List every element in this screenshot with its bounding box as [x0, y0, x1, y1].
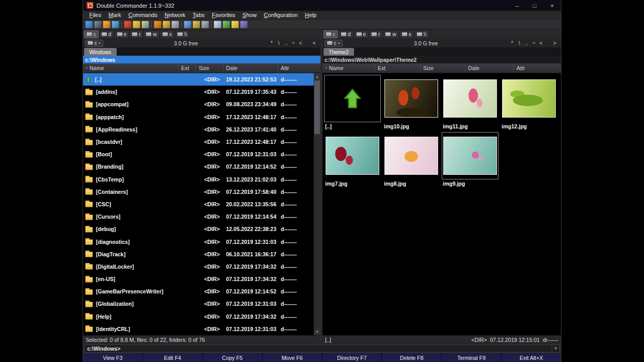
file-row[interactable]: [GameBarPresenceWriter]<DIR>07.12.2019 1…	[83, 285, 314, 298]
command-history-dropdown-icon[interactable]: ▼	[552, 345, 559, 352]
terminal-icon[interactable]	[94, 21, 102, 28]
file-row[interactable]: [en-US]<DIR>07.12.2019 17:34:32d-------	[83, 273, 314, 285]
favorites-icon[interactable]	[231, 21, 239, 28]
left-drive-select[interactable]: c ▾	[85, 40, 103, 47]
fkey-exit-alt-x[interactable]: Exit Alt+X	[502, 353, 561, 362]
thumbnail-item-img8-jpg[interactable]: img8.jpg	[382, 131, 441, 189]
file-row[interactable]: [bcastdvr]<DIR>17.12.2023 12:48:17d-----…	[83, 136, 314, 148]
left-drive-d[interactable]: d	[99, 30, 114, 38]
file-row[interactable]: [AppReadiness]<DIR>26.12.2023 17:41:40d-…	[83, 123, 314, 136]
thumbnail-item-img9-jpg[interactable]: img9.jpg	[441, 131, 500, 189]
fkey-delete-f8[interactable]: Delete F8	[382, 353, 441, 362]
right-nav-up-button[interactable]: ..	[524, 40, 529, 46]
right-column-header-size[interactable]: Size	[421, 63, 465, 73]
menu-favorites[interactable]: Favorites	[208, 12, 239, 18]
right-column-header-name[interactable]: ↑Name	[323, 63, 375, 73]
right-column-header-attr[interactable]: Attr	[514, 63, 561, 73]
left-drive-r[interactable]: r	[130, 30, 143, 38]
left-drive-c[interactable]: c	[84, 30, 99, 38]
menu-files[interactable]: Files	[86, 12, 105, 18]
file-row[interactable]: [debug]<DIR>12.05.2022 22:38:23d-------	[83, 223, 314, 235]
right-drive-r[interactable]: r	[369, 30, 382, 38]
menu-network[interactable]: Network	[161, 12, 189, 18]
left-drive-e[interactable]: e	[115, 30, 130, 38]
file-row[interactable]: [Branding]<DIR>07.12.2019 12:14:52d-----…	[83, 160, 314, 173]
tab-theme2[interactable]: Theme2	[324, 48, 354, 56]
thumbnail-item-img10-jpg[interactable]: img10.jpg	[382, 74, 441, 131]
right-nav-root-button[interactable]: \	[517, 40, 522, 46]
pack-files-icon[interactable]	[154, 21, 162, 28]
file-row[interactable]: [Help]<DIR>07.12.2019 17:34:32d-------	[83, 310, 314, 323]
title-bar[interactable]: Double Commander 1.1.9~332 – □ ×	[83, 0, 561, 11]
test-archive-icon[interactable]	[171, 21, 179, 28]
columns-view-icon[interactable]	[111, 21, 119, 28]
left-column-header-attr[interactable]: Attr	[278, 63, 320, 73]
menu-tabs[interactable]: Tabs	[189, 12, 208, 18]
fkey-edit-f4[interactable]: Edit F4	[143, 353, 202, 362]
maximize-button[interactable]: □	[526, 0, 543, 11]
right-column-header-ext[interactable]: Ext	[375, 63, 421, 73]
search-icon[interactable]	[184, 21, 191, 28]
thumbnail-item-updir[interactable]: [..]	[324, 74, 382, 131]
thumbnail-item-img11-jpg[interactable]: img11.jpg	[441, 74, 500, 131]
menu-mark[interactable]: Mark	[105, 12, 124, 18]
file-row[interactable]: [CbsTemp]<DIR>13.12.2023 21:02:03d------…	[83, 173, 314, 186]
file-row[interactable]: [Containers]<DIR>07.12.2019 17:58:40d---…	[83, 186, 314, 198]
fkey-view-f3[interactable]: View F3	[83, 353, 142, 362]
left-drive-x[interactable]: x	[160, 30, 174, 38]
right-drive-d[interactable]: d	[339, 30, 353, 38]
compare-icon[interactable]	[222, 21, 230, 28]
menu-commands[interactable]: Commands	[125, 12, 161, 18]
left-column-header-ext[interactable]: Ext	[179, 63, 196, 73]
left-nav-root-button[interactable]: \	[276, 40, 282, 46]
file-row[interactable]: [..]<DIR>19.12.2023 21:52:53d-------	[83, 73, 314, 86]
fkey-move-f6[interactable]: Move F6	[263, 353, 322, 362]
file-row[interactable]: [addins]<DIR>07.12.2019 17:35:43d-------	[83, 86, 314, 98]
command-line-combo[interactable]: c:\Windows> ▼	[84, 344, 560, 353]
file-row[interactable]: [DigitalLocker]<DIR>07.12.2019 17:34:32d…	[83, 260, 314, 273]
fkey-directory-f7[interactable]: Directory F7	[323, 353, 382, 362]
file-row[interactable]: [CSC]<DIR>20.02.2022 13:35:56d-------	[83, 198, 314, 210]
right-drive-w[interactable]: w	[383, 30, 398, 38]
command-line-input[interactable]	[120, 345, 552, 352]
right-drive-x[interactable]: x	[399, 30, 414, 38]
right-drive-e[interactable]: e	[354, 30, 369, 38]
right-drive-select[interactable]: c ▾	[325, 40, 343, 47]
left-scrollbar[interactable]: ▲ ▼	[314, 73, 320, 335]
menu-show[interactable]: Show	[239, 12, 261, 18]
fkey-copy-f5[interactable]: Copy F5	[203, 353, 262, 362]
file-row[interactable]: [DiagTrack]<DIR>06.10.2021 16:36:17d----…	[83, 248, 314, 260]
folder-open-icon[interactable]	[133, 21, 140, 28]
copy-left-icon[interactable]	[124, 21, 132, 28]
file-row[interactable]: [Globalization]<DIR>07.12.2019 12:31:03d…	[83, 298, 314, 310]
right-column-header-date[interactable]: Date	[465, 63, 514, 73]
right-nav-home-button[interactable]: ~	[531, 40, 537, 46]
close-button[interactable]: ×	[543, 0, 561, 11]
scrollbar-thumb[interactable]	[314, 80, 320, 134]
left-nav-back-button[interactable]: <	[298, 40, 303, 46]
file-row[interactable]: [IdentityCRL]<DIR>07.12.2019 12:31:03d--…	[83, 323, 314, 335]
right-drive-c[interactable]: c	[324, 30, 338, 38]
file-row[interactable]: [Boot]<DIR>07.12.2019 12:31:03d-------	[83, 148, 314, 160]
file-row[interactable]: [apppatch]<DIR>17.12.2023 12:48:17d-----…	[83, 111, 314, 123]
fkey-terminal-f9[interactable]: Terminal F9	[442, 353, 501, 362]
left-nav-home-button[interactable]: ~	[291, 40, 296, 46]
multi-rename-icon[interactable]	[201, 21, 209, 28]
right-nav-back-button[interactable]: <	[538, 40, 544, 46]
extract-files-icon[interactable]	[163, 21, 170, 28]
refresh-icon[interactable]	[85, 21, 93, 28]
right-path-bar[interactable]: c:\Windows\Web\Wallpaper\Theme2	[323, 56, 561, 63]
sync-dirs-icon[interactable]	[192, 21, 200, 28]
left-column-header-date[interactable]: Date	[223, 63, 278, 73]
right-drive-network[interactable]: \\	[414, 30, 429, 38]
menu-help[interactable]: Help	[301, 12, 320, 18]
network-icon[interactable]	[240, 21, 248, 28]
left-nav-select-button[interactable]: *	[269, 40, 275, 46]
left-column-header-size[interactable]: Size	[196, 63, 223, 73]
swap-panels-icon[interactable]	[103, 21, 110, 28]
edit-icon[interactable]	[214, 21, 221, 28]
left-column-header-name[interactable]: ↑Name	[83, 63, 179, 73]
tab-windows[interactable]: Windows	[84, 48, 117, 56]
scroll-up-icon[interactable]: ▲	[314, 73, 320, 80]
thumbnail-item-img7-jpg[interactable]: img7.jpg	[324, 131, 382, 189]
